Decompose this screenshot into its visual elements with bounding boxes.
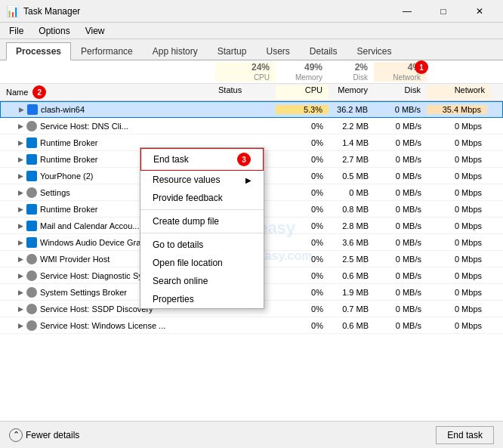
process-disk: 0 MB/s	[375, 271, 427, 280]
table-row[interactable]: ▶ clash-win64 5.3% 36.2 MB 0 MB/s 35.4 M…	[0, 101, 503, 118]
processes-badge: 2	[32, 85, 46, 99]
col-name-space	[0, 62, 215, 82]
app-title: Task Manager	[23, 6, 80, 17]
process-disk: 0 MB/s	[375, 171, 427, 181]
process-disk: 0 MB/s	[375, 205, 427, 214]
ctx-properties[interactable]: Properties	[140, 290, 264, 308]
process-icon	[26, 320, 37, 331]
process-network: 0 Mbps	[427, 271, 488, 280]
table-row[interactable]: ▶ Service Host: DNS Cli... 0% 2.2 MB 0 M…	[0, 118, 503, 134]
network-badge: 1	[415, 60, 428, 74]
table-row[interactable]: ▶ Service Host: Windows License ... 0% 0…	[0, 317, 503, 334]
col-header-memory[interactable]: Memory	[329, 85, 374, 99]
end-task-button[interactable]: End task	[436, 426, 494, 444]
menu-view[interactable]: View	[79, 24, 111, 38]
ctx-resource-values[interactable]: Resource values ▶	[140, 171, 264, 189]
col-cpu-pct: 24% CPU	[215, 62, 276, 82]
process-memory: 1.9 MB	[329, 288, 375, 297]
title-bar: 📊 Task Manager — □ ✕	[0, 0, 503, 23]
process-name: ▶ Service Host: Windows License ...	[0, 320, 216, 331]
process-cpu: 0%	[276, 122, 329, 131]
ctx-go-to-details[interactable]: Go to details	[140, 236, 264, 254]
app-icon: 📊	[6, 5, 19, 17]
process-cpu: 0%	[276, 138, 329, 147]
menu-file[interactable]: File	[3, 24, 29, 38]
process-icon	[27, 104, 38, 115]
process-disk: 0 MB/s	[375, 155, 427, 164]
process-icon	[26, 204, 37, 215]
tab-startup[interactable]: Startup	[208, 42, 257, 60]
process-disk: 0 MB/s	[375, 238, 427, 247]
process-icon	[26, 287, 37, 298]
ctx-create-dump[interactable]: Create dump file	[140, 212, 264, 230]
process-cpu: 0%	[276, 271, 329, 280]
process-network: 0 Mbps	[427, 205, 488, 214]
col-network-pct: 1 4% Network	[374, 62, 427, 82]
process-memory: 3.6 MB	[329, 238, 375, 247]
col-header-network[interactable]: Network	[427, 85, 491, 99]
process-icon	[26, 237, 37, 248]
title-bar-controls: — □ ✕	[390, 0, 497, 23]
maximize-button[interactable]: □	[426, 0, 461, 23]
process-network: 0 Mbps	[427, 238, 488, 247]
ctx-divider-2	[140, 233, 264, 233]
process-network: 0 Mbps	[427, 221, 488, 230]
close-button[interactable]: ✕	[462, 0, 497, 23]
status-bar: ⌃ Fewer details End task	[0, 421, 503, 448]
process-memory: 0.6 MB	[329, 271, 375, 280]
ctx-end-task[interactable]: End task 3	[140, 148, 264, 171]
process-network: 0 Mbps	[427, 255, 488, 264]
process-memory: 2.8 MB	[329, 221, 375, 230]
process-icon	[26, 121, 37, 131]
process-network: 0 Mbps	[427, 304, 488, 314]
process-cpu: 0%	[276, 304, 329, 314]
process-memory: 0.7 MB	[329, 304, 375, 314]
process-memory: 0.8 MB	[329, 205, 375, 214]
minimize-button[interactable]: —	[390, 0, 424, 23]
ctx-provide-feedback[interactable]: Provide feedback	[140, 189, 264, 207]
process-cpu: 0%	[276, 288, 329, 297]
process-disk: 0 MB/s	[375, 321, 427, 330]
process-icon	[26, 187, 37, 198]
menu-options[interactable]: Options	[32, 24, 76, 38]
ctx-search-online[interactable]: Search online	[140, 272, 264, 290]
process-cpu: 5.3%	[276, 105, 329, 114]
process-disk: 0 MB/s	[375, 288, 427, 297]
title-bar-left: 📊 Task Manager	[6, 5, 80, 17]
tab-details[interactable]: Details	[300, 42, 347, 60]
process-cpu: 0%	[276, 188, 329, 197]
process-cpu: 0%	[276, 205, 329, 214]
col-header-disk[interactable]: Disk	[374, 85, 427, 99]
tab-users[interactable]: Users	[256, 42, 299, 60]
col-header-status[interactable]: Status	[215, 85, 276, 99]
col-mem-pct: 49% Memory	[276, 62, 329, 82]
process-memory: 0.5 MB	[329, 171, 375, 181]
process-network: 0 Mbps	[427, 122, 488, 131]
process-network: 0 Mbps	[427, 188, 488, 197]
tab-performance[interactable]: Performance	[71, 42, 143, 60]
process-disk: 0 MB/s	[375, 122, 427, 131]
process-cpu: 0%	[276, 171, 329, 181]
process-network: 35.4 Mbps	[427, 105, 487, 114]
fewer-details-button[interactable]: ⌃ Fewer details	[9, 428, 79, 442]
process-network: 0 Mbps	[427, 321, 488, 330]
process-cpu: 0%	[276, 238, 329, 247]
process-memory: 36.2 MB	[329, 105, 374, 114]
menu-bar: File Options View	[0, 23, 503, 39]
col-header-name[interactable]: Name 2	[0, 85, 215, 99]
fewer-details-label: Fewer details	[26, 430, 79, 440]
col-header-cpu[interactable]: CPU	[276, 85, 329, 99]
context-menu: End task 3 Resource values ▶ Provide fee…	[140, 147, 264, 309]
process-cpu: 0%	[276, 221, 329, 230]
process-cpu: 0%	[276, 155, 329, 164]
main-content: 24% CPU 49% Memory 2% Disk 1 4% Network …	[0, 60, 503, 421]
process-disk: 0 MB/s	[375, 255, 427, 264]
process-name: ▶ Service Host: DNS Cli...	[0, 121, 216, 131]
tab-processes[interactable]: Processes	[6, 42, 71, 60]
ctx-open-file-location[interactable]: Open file location	[140, 254, 264, 272]
tab-services[interactable]: Services	[347, 42, 402, 60]
tab-app-history[interactable]: App history	[143, 42, 208, 60]
process-cpu: 0%	[276, 255, 329, 264]
col-extra	[427, 62, 491, 82]
process-name: ▶ clash-win64	[1, 104, 215, 115]
